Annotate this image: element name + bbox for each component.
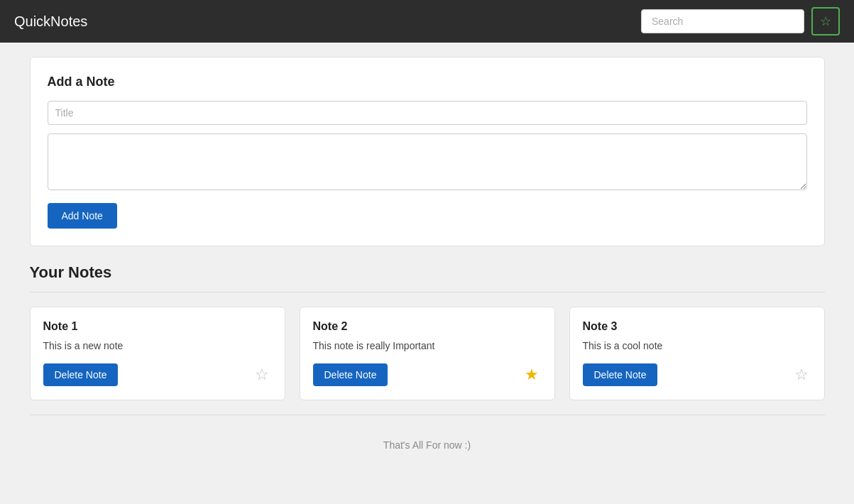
your-notes-title: Your Notes	[30, 263, 825, 282]
delete-note-button[interactable]: Delete Note	[313, 363, 388, 386]
app-header: QuickNotes ☆	[0, 0, 854, 43]
note-card-title: Note 3	[583, 320, 811, 333]
search-input[interactable]	[641, 9, 804, 33]
note-card: Note 2 This note is really Important Del…	[300, 307, 555, 400]
app-title: QuickNotes	[14, 13, 87, 30]
star-note-button[interactable]: ☆	[792, 363, 811, 387]
main-content: Add a Note Add Note Your Notes Note 1 Th…	[16, 43, 839, 479]
notes-divider	[30, 292, 825, 292]
note-content-textarea[interactable]	[48, 133, 807, 190]
note-card: Note 1 This is a new note Delete Note ☆	[30, 307, 285, 400]
note-card-footer: Delete Note ☆	[583, 363, 811, 387]
add-note-title: Add a Note	[48, 75, 807, 89]
header-right: ☆	[641, 7, 840, 35]
note-card-content: This is a new note	[43, 340, 272, 351]
delete-note-button[interactable]: Delete Note	[583, 363, 658, 386]
favorites-filter-button[interactable]: ☆	[811, 7, 840, 35]
note-card-content: This note is really Important	[313, 340, 542, 351]
note-card-footer: Delete Note ★	[313, 363, 542, 387]
note-card: Note 3 This is a cool note Delete Note ☆	[569, 307, 825, 400]
add-note-section: Add a Note Add Note	[30, 57, 825, 246]
footer-divider	[30, 415, 825, 415]
note-card-content: This is a cool note	[583, 340, 811, 351]
note-card-title: Note 1	[43, 320, 272, 333]
star-note-button[interactable]: ☆	[252, 363, 272, 387]
notes-grid: Note 1 This is a new note Delete Note ☆ …	[30, 307, 825, 400]
add-note-button[interactable]: Add Note	[48, 203, 117, 229]
note-card-footer: Delete Note ☆	[43, 363, 272, 387]
delete-note-button[interactable]: Delete Note	[43, 363, 119, 386]
note-title-input[interactable]	[48, 101, 807, 125]
star-note-button[interactable]: ★	[522, 363, 542, 387]
footer-text: That's All For now :)	[30, 425, 825, 465]
star-header-icon: ☆	[820, 13, 831, 29]
your-notes-section: Your Notes Note 1 This is a new note Del…	[30, 263, 825, 465]
note-card-title: Note 2	[313, 320, 542, 333]
